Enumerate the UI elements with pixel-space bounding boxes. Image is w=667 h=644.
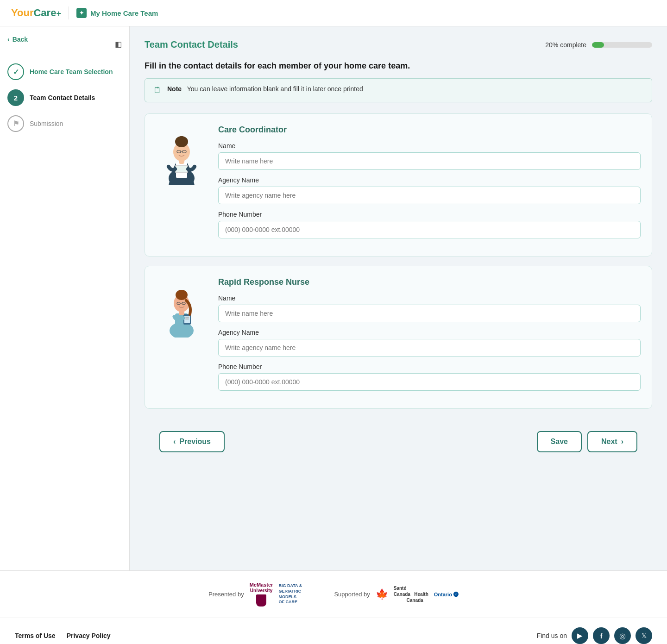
progress-area: 20% complete (545, 41, 652, 49)
bottom-nav: ‹ Previous Save Next › (145, 418, 652, 462)
sidebar-item-home-care-team-selection[interactable]: ✓ Home Care Team Selection (7, 63, 122, 80)
footer-link-group: Terms of Use Privacy Policy (15, 632, 111, 639)
sidebar-item-team-contact-details[interactable]: 2 Team Contact Details (7, 89, 122, 106)
progress-bar (592, 42, 652, 48)
previous-button[interactable]: ‹ Previous (159, 431, 225, 452)
main-content: Team Contact Details 20% complete Fill i… (130, 26, 667, 570)
logo-care: Care (33, 7, 56, 19)
save-button[interactable]: Save (537, 431, 582, 452)
health-canada-logo: SantéCanada Health Canada (394, 585, 428, 603)
sidebar: ‹ Back ◧ ✓ Home Care Team Selection 2 Te… (0, 26, 130, 570)
prev-arrow-icon: ‹ (173, 438, 176, 446)
svg-rect-16 (185, 319, 189, 319)
logo-your: Your (11, 7, 33, 19)
coordinator-name-input[interactable] (218, 152, 641, 170)
svg-rect-15 (185, 317, 189, 318)
coordinator-name-label: Name (218, 142, 641, 150)
logo-plus: + (56, 9, 61, 18)
facebook-button[interactable]: f (593, 627, 610, 644)
note-content: Note You can leave information blank and… (167, 85, 363, 93)
step-label-1: Home Care Team Selection (30, 68, 113, 75)
step-list: ✓ Home Care Team Selection 2 Team Contac… (7, 63, 122, 132)
instagram-button[interactable]: ◎ (614, 627, 631, 644)
privacy-policy-link[interactable]: Privacy Policy (67, 632, 111, 639)
step-number-2: 2 (14, 94, 18, 102)
next-button[interactable]: Next › (587, 431, 637, 452)
next-label: Next (601, 438, 617, 446)
nurse-agency-label: Agency Name (218, 329, 641, 336)
section-instruction: Fill in the contact details for each mem… (145, 61, 652, 71)
mcmaster-crest (256, 594, 266, 606)
nurse-name-input[interactable] (218, 305, 641, 322)
previous-label: Previous (179, 438, 211, 446)
coordinator-agency-group: Agency Name (218, 176, 641, 204)
twitter-button[interactable]: 𝕏 (636, 627, 652, 644)
nurse-agency-input[interactable] (218, 339, 641, 356)
save-label: Save (551, 438, 568, 446)
coordinator-avatar (156, 125, 207, 185)
social-area: Find us on ▶ f ◎ 𝕏 (537, 627, 652, 644)
note-text: You can leave information blank and fill… (187, 85, 363, 93)
supported-by-label: Supported by (334, 591, 370, 598)
nurse-phone-input[interactable] (218, 373, 641, 391)
team-card-coordinator: Care Coordinator Name Agency Name Phone … (145, 113, 652, 256)
flag-icon: ⚑ (13, 119, 19, 128)
nav-btn-group: Save Next › (537, 431, 637, 452)
svg-rect-3 (176, 166, 187, 172)
step-circle-3: ⚑ (7, 115, 24, 132)
note-label: Note (167, 85, 182, 93)
note-icon: 🗒 (153, 86, 162, 95)
footer-logos: Presented by McMaster University BIG DAT… (0, 571, 667, 618)
coordinator-phone-input[interactable] (218, 221, 641, 238)
logo: YourCare+ (11, 7, 61, 19)
page-header: Team Contact Details 20% complete (145, 39, 652, 50)
back-button[interactable]: ‹ Back (7, 36, 28, 43)
app-header: YourCare+ ✦ My Home Care Team (0, 0, 667, 26)
header-divider (69, 6, 69, 19)
next-arrow-icon: › (621, 438, 623, 446)
nurse-form: Rapid Response Nurse Name Agency Name Ph… (218, 277, 641, 397)
youtube-button[interactable]: ▶ (572, 627, 588, 644)
coordinator-agency-label: Agency Name (218, 176, 641, 184)
coordinator-avatar-svg (158, 125, 205, 185)
canada-flag-icon: 🍁 (376, 588, 388, 600)
nurse-name-label: Name (218, 294, 641, 302)
step-circle-2: 2 (7, 89, 24, 106)
coordinator-role: Care Coordinator (218, 125, 641, 135)
footer-supported-by: Supported by 🍁 SantéCanada Health Canada… (334, 585, 459, 603)
progress-bar-fill (592, 42, 604, 48)
terms-of-use-link[interactable]: Terms of Use (15, 632, 56, 639)
step-label-3: Submission (30, 120, 63, 127)
step-circle-1: ✓ (7, 63, 24, 80)
coordinator-phone-group: Phone Number (218, 211, 641, 238)
back-row: ‹ Back ◧ (7, 36, 122, 52)
presented-by-label: Presented by (208, 591, 244, 598)
nurse-avatar (156, 277, 207, 338)
page-title: Team Contact Details (145, 39, 238, 50)
nurse-phone-label: Phone Number (218, 363, 641, 370)
header-nav[interactable]: ✦ My Home Care Team (76, 8, 158, 18)
team-card-nurse: Rapid Response Nurse Name Agency Name Ph… (145, 266, 652, 409)
footer-presented-by: Presented by McMaster University BIG DAT… (208, 582, 315, 606)
back-label: Back (13, 36, 28, 43)
find-us-label: Find us on (537, 632, 567, 639)
nurse-avatar-svg (158, 277, 205, 338)
back-arrow-icon: ‹ (7, 36, 10, 43)
sidebar-toggle-button[interactable]: ◧ (115, 40, 122, 49)
svg-point-19 (176, 290, 188, 300)
checkmark-icon: ✓ (13, 68, 19, 76)
footer: Presented by McMaster University BIG DAT… (0, 570, 667, 644)
step-label-2: Team Contact Details (30, 94, 95, 101)
main-layout: ‹ Back ◧ ✓ Home Care Team Selection 2 Te… (0, 26, 667, 570)
sidebar-item-submission[interactable]: ⚑ Submission (7, 115, 122, 132)
note-box: 🗒 Note You can leave information blank a… (145, 78, 652, 102)
mcmaster-logo: McMaster University (250, 582, 273, 606)
coordinator-name-group: Name (218, 142, 641, 170)
nurse-phone-group: Phone Number (218, 363, 641, 391)
progress-text: 20% complete (545, 41, 586, 49)
svg-point-7 (178, 136, 185, 144)
ontario-logo: Ontario 🅥 (434, 592, 459, 597)
nurse-agency-group: Agency Name (218, 329, 641, 356)
nurse-name-group: Name (218, 294, 641, 322)
coordinator-agency-input[interactable] (218, 187, 641, 204)
